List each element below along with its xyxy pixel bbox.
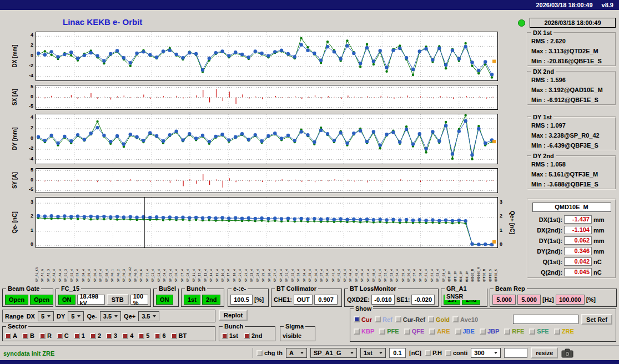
bunch-checkbox[interactable] xyxy=(222,333,228,339)
sector-checkbox[interactable] xyxy=(106,333,112,339)
show-gold-checkbox[interactable] xyxy=(428,316,434,322)
bpm-label: SP_C7_4 xyxy=(181,250,184,282)
sector-select-dropdown[interactable]: A xyxy=(286,348,307,358)
sector-checkbox[interactable] xyxy=(122,333,128,339)
monitor-row-label: Q(1st): xyxy=(529,259,562,265)
window-title-bar: 2026/03/18 18:00:49 v8.9 xyxy=(0,0,619,10)
show-rfe-checkbox[interactable] xyxy=(504,328,510,335)
charge-plot[interactable] xyxy=(36,197,498,248)
chg-th-checkbox[interactable] xyxy=(256,350,263,356)
group-label: Sigma xyxy=(284,322,305,330)
fc15-kv-readout: 18.498 kV xyxy=(77,295,105,305)
ph-label: P.H xyxy=(432,350,442,356)
che1-state-readout[interactable]: OUT xyxy=(294,295,313,305)
resize-button[interactable]: resize xyxy=(531,347,558,358)
bpm-label: SP_35_4 xyxy=(309,250,312,282)
replot-button[interactable]: Replot xyxy=(219,310,248,321)
bpm-label: SP_12_4 xyxy=(198,250,202,282)
sigma-visible-toggle[interactable]: visible xyxy=(283,332,301,339)
stat-max: Max : 3.238@SP_R0_42 xyxy=(531,130,615,140)
set-ref-button[interactable]: Set Ref xyxy=(581,314,612,325)
busel-on-button[interactable]: ON xyxy=(156,295,173,305)
range-qe-plus-dropdown[interactable]: 3.5 xyxy=(138,311,159,321)
conti-checkbox[interactable] xyxy=(445,350,451,356)
sector-checkbox[interactable] xyxy=(5,333,11,339)
sector-checkbox[interactable] xyxy=(154,333,160,339)
show-kbp-label: KBP xyxy=(361,328,374,335)
sector-checkbox[interactable] xyxy=(90,333,96,339)
bunch-checkbox[interactable] xyxy=(244,333,250,339)
se1-readout: -0.020 xyxy=(411,295,435,305)
chevron-down-icon xyxy=(300,352,304,354)
bpm-label: SP_21_4 xyxy=(239,250,242,282)
qe-axis-ticks: 3210 xyxy=(20,197,34,248)
sector-checkbox[interactable] xyxy=(138,333,144,339)
monitor-row: DY(2nd): 0.346 mm xyxy=(528,246,615,256)
bunch-select-dropdown[interactable]: 1st xyxy=(360,348,386,358)
show-jbe-checkbox[interactable] xyxy=(455,328,461,335)
dy-orbit-plot[interactable] xyxy=(36,114,498,164)
group-label: e-:e- xyxy=(232,285,248,292)
che1-value-readout: 0.907 xyxy=(314,295,338,305)
bpm-label: MDE_2M xyxy=(460,250,463,282)
show-are-checkbox[interactable] xyxy=(429,328,435,335)
status-led-icon xyxy=(518,19,525,27)
bunch-1st-button[interactable]: 1st xyxy=(184,295,200,305)
show-cur-checkbox[interactable] xyxy=(354,316,360,322)
sy-steering-plot[interactable] xyxy=(36,168,498,193)
sector-checkbox[interactable] xyxy=(22,333,28,339)
beam-rep-percent-label: [%] xyxy=(586,296,596,303)
dx-orbit-plot[interactable] xyxy=(36,32,498,81)
sector-checkbox-label: 5 xyxy=(146,332,149,339)
dx-axis-label: DX [mm] xyxy=(12,44,18,67)
bpm-label: SP_34_4 xyxy=(303,250,306,282)
gr-a1-snsr-group: GR_A1 SNSR 1st 2nd xyxy=(441,289,487,307)
sector-checkbox-label: 4 xyxy=(130,332,133,339)
show-jbp-checkbox[interactable] xyxy=(480,328,486,335)
bpm-label: SP_B6_4 xyxy=(94,250,97,282)
ref-file-input[interactable] xyxy=(513,315,578,324)
sector-checkbox[interactable] xyxy=(74,333,80,339)
monitor-select-dropdown[interactable]: SP_A1_G xyxy=(310,348,357,358)
titlebar-clock: 2026/03/18 18:00:49 xyxy=(536,2,592,8)
show-qfe-checkbox[interactable] xyxy=(404,328,410,335)
bunch-2nd-button[interactable]: 2nd xyxy=(202,295,221,305)
camera-icon[interactable] xyxy=(561,348,573,358)
show-qfe-label: QFE xyxy=(412,328,425,335)
sector-checkbox[interactable] xyxy=(57,333,63,339)
beam-gate-open-button-2[interactable]: Open xyxy=(30,295,53,305)
show-kbp-checkbox[interactable] xyxy=(354,328,360,335)
group-label: Show xyxy=(354,305,373,312)
show-ave10-checkbox[interactable] xyxy=(452,316,459,322)
beam-gate-open-button-1[interactable]: Open xyxy=(5,295,28,305)
bpm-label: SP_C2_4 xyxy=(152,250,155,282)
bpm-label: SP_63_4 xyxy=(436,250,440,282)
blank-field[interactable] xyxy=(504,348,527,358)
ph-checkbox[interactable] xyxy=(425,350,431,356)
range-dx-dropdown[interactable]: 5 xyxy=(38,311,54,321)
sector-checkbox[interactable] xyxy=(39,333,46,339)
sx-steering-plot[interactable] xyxy=(36,85,498,110)
group-label: BT LossMonitor xyxy=(348,285,398,292)
show-zre-checkbox[interactable] xyxy=(554,328,560,335)
show-gold-label: Gold xyxy=(436,316,450,323)
bpm-label: SP_C3_4 xyxy=(158,250,161,282)
bpm-label: SP_56_4 xyxy=(407,250,411,282)
monitor-row-label: DY(1st): xyxy=(529,237,562,244)
range-dy-dropdown[interactable]: 5 xyxy=(68,311,84,321)
show-ref-checkbox[interactable] xyxy=(375,316,381,322)
beam-rep-value-2: 5.000 xyxy=(517,295,541,305)
sector-checkbox[interactable] xyxy=(171,333,177,339)
show-cur-ref-checkbox[interactable] xyxy=(395,316,401,322)
bpm-label: SP_18_4 xyxy=(233,250,236,282)
show-sfe-checkbox[interactable] xyxy=(529,328,535,335)
count-combo[interactable]: 300 xyxy=(471,348,501,358)
bt-collimator-group: BT Collimator CHE1: OUT 0.907 xyxy=(271,289,342,307)
sector-checkbox-label: 2 xyxy=(98,332,101,339)
fc15-on-button[interactable]: ON xyxy=(58,295,76,305)
show-pfe-checkbox[interactable] xyxy=(379,328,385,335)
threshold-field[interactable]: 0.1 xyxy=(389,348,406,358)
fc15-stb-button[interactable]: STB xyxy=(107,294,129,305)
range-qe-minus-dropdown[interactable]: 3.5 xyxy=(100,311,121,321)
monitor-name[interactable]: QMD10E_M xyxy=(532,203,611,212)
